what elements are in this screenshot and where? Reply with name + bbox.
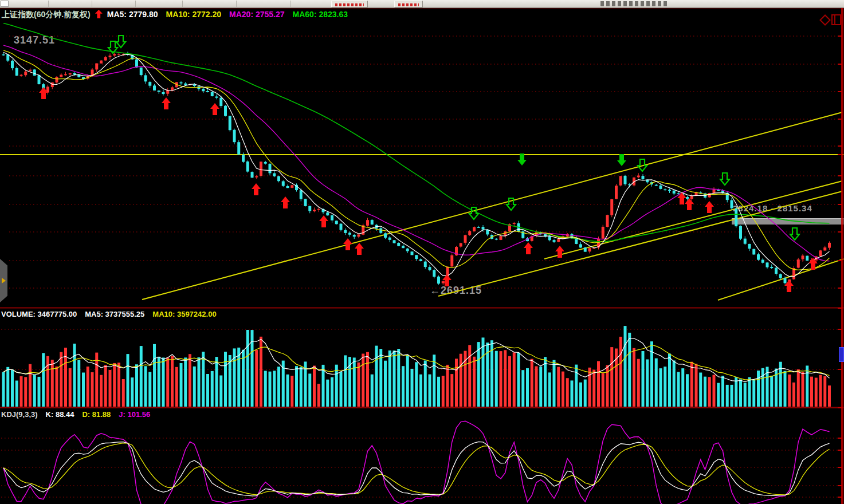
toolbar-separator bbox=[135, 1, 136, 7]
kdj-lines-layer bbox=[3, 421, 830, 504]
gap-zone-bar bbox=[732, 218, 844, 225]
kdj-j-value: J: 101.56 bbox=[119, 410, 150, 419]
chart-title: 上证指数(60分钟.前复权) bbox=[2, 10, 91, 19]
volume-bars-layer bbox=[2, 326, 831, 407]
gap-range-label: 2824.18 - 2815.34 bbox=[733, 203, 812, 213]
toolbar-separator bbox=[290, 1, 291, 7]
axis-ticks bbox=[838, 36, 842, 497]
volume-ma5-value: MA5: 3737555.25 bbox=[85, 310, 144, 318]
volume-ma10-value: MA10: 3597242.00 bbox=[152, 310, 216, 318]
diamond-tool-icon[interactable] bbox=[819, 14, 831, 26]
ma60-value: MA60: 2823.63 bbox=[293, 10, 348, 19]
chart-canvas bbox=[0, 0, 844, 504]
kdj-pane-header: KDJ(9,3,3)K: 88.44D: 81.88J: 101.56 bbox=[1, 410, 158, 419]
toolbar-red-button-1[interactable] bbox=[331, 1, 368, 7]
pane-divider bbox=[0, 308, 844, 309]
toolbar-separator bbox=[48, 1, 49, 7]
volume-ma-layer bbox=[3, 338, 830, 382]
up-arrow-icon bbox=[95, 10, 103, 18]
split-pane-icon-divider bbox=[834, 15, 835, 24]
period-high-label: 3147.51 bbox=[14, 34, 55, 46]
signal-arrows-layer bbox=[39, 36, 818, 292]
volume-pane-header: VOLUME: 3467775.00MA5: 3737555.25MA10: 3… bbox=[1, 310, 225, 318]
toolbar-red-button-2[interactable] bbox=[394, 1, 423, 7]
kdj-d-value: D: 81.88 bbox=[82, 410, 111, 419]
volume-value: VOLUME: 3467775.00 bbox=[1, 310, 77, 318]
trading-terminal: { "main_header": { "title": "上证指数(60分钟.前… bbox=[0, 0, 844, 504]
toolbar-separator bbox=[182, 1, 183, 7]
trend-lines bbox=[0, 112, 844, 300]
period-low-label: ←2691.15 bbox=[430, 285, 482, 297]
ma5-value: MA5: 2779.80 bbox=[107, 10, 158, 19]
expand-arrow-icon bbox=[2, 278, 6, 284]
pane-divider bbox=[0, 407, 844, 409]
split-pane-icon[interactable] bbox=[831, 14, 841, 25]
toolbar-separator bbox=[236, 1, 237, 7]
main-chart-header: 上证指数(60分钟.前复权)MA5: 2779.80MA10: 2772.20M… bbox=[2, 10, 356, 20]
scroll-badge[interactable] bbox=[839, 347, 844, 362]
ma20-value: MA20: 2755.27 bbox=[229, 10, 285, 19]
sidebar-expand-handle[interactable] bbox=[0, 259, 7, 302]
toolbar-separator bbox=[92, 1, 92, 7]
toolbar-clipped-text bbox=[600, 1, 668, 6]
kdj-k-value: K: 88.44 bbox=[46, 410, 74, 419]
ma-lines-layer bbox=[3, 23, 830, 277]
candles-layer bbox=[2, 52, 831, 285]
ma10-value: MA10: 2772.20 bbox=[166, 10, 222, 19]
app-window-icon[interactable] bbox=[1, 1, 9, 7]
top-menu-strip bbox=[0, 0, 844, 8]
gridlines bbox=[1, 36, 840, 497]
kdj-name: KDJ(9,3,3) bbox=[1, 410, 38, 419]
